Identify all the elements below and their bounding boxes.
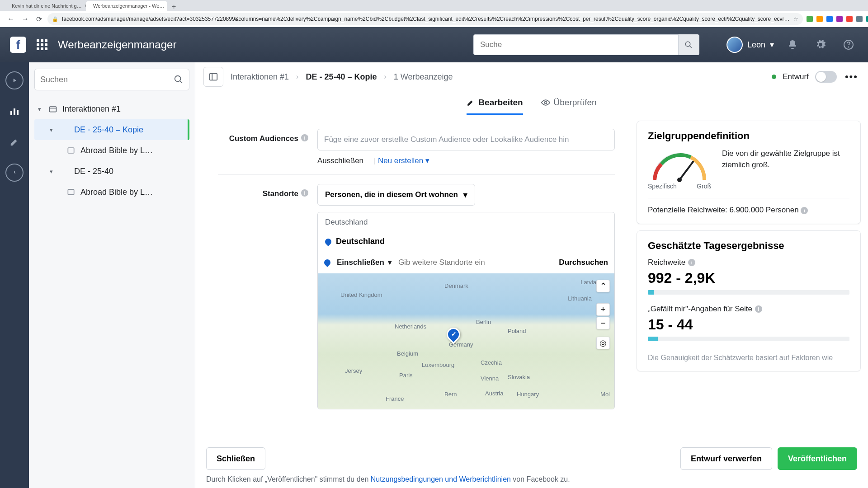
more-menu-icon[interactable]: ••• [843,71,860,83]
exclude-link[interactable]: Ausschließen [317,156,363,165]
status-toggle[interactable] [815,71,837,83]
tab-bar: Kevin hat dir eine Nachricht g…× Werbean… [0,0,868,11]
ext-icon[interactable] [846,16,853,22]
svg-rect-5 [17,110,19,115]
discard-button[interactable]: Entwurf verwerfen [680,447,772,470]
app-header: f Werbeanzeigenmanager Leon ▾ [0,27,868,62]
info-icon[interactable]: i [801,207,808,214]
global-search-input[interactable] [480,40,678,49]
notifications-icon[interactable] [783,35,802,54]
info-icon[interactable]: i [688,259,695,266]
new-tab-button[interactable]: + [167,3,180,11]
metric-label: „Gefällt mir"-Angaben für Seite [648,305,752,314]
ext-icon[interactable] [866,16,868,22]
tree-ad[interactable]: Abroad Bible by L… [34,140,189,161]
app-title: Werbeanzeigenmanager [58,38,176,51]
url-text: facebook.com/adsmanager/manage/adsets/ed… [62,16,790,22]
publish-button[interactable]: Veröffentlichen [778,447,857,470]
rail-chart-icon[interactable] [5,102,24,120]
info-icon[interactable]: i [755,305,762,313]
metric-value: 15 - 44 [648,316,849,333]
ext-icon[interactable] [807,16,813,22]
nav-bar: ← → ⟳ 🔒 facebook.com/adsmanager/manage/a… [0,11,868,27]
audience-description: Die von dir gewählte Zielgruppe ist ziem… [722,148,849,170]
map-zoom-in[interactable]: + [596,303,610,316]
metric-bar [648,337,658,341]
apps-menu-icon[interactable] [35,38,49,52]
sidebar-search-input[interactable] [40,75,174,84]
ext-icon[interactable] [816,16,823,22]
ext-icon[interactable] [836,16,843,22]
forward-icon[interactable]: → [20,14,31,24]
reload-icon[interactable]: ⟳ [34,14,44,24]
map-label: Belgium [397,350,418,357]
star-icon[interactable]: ☆ [793,16,798,22]
browser-tab[interactable]: Werbeanzeigenmanager - We…× [86,1,167,11]
sidebar-search[interactable] [34,69,189,90]
map-zoom-out[interactable]: − [596,317,610,329]
svg-rect-10 [210,74,217,80]
map-label: Netherlands [395,323,426,330]
map-label: Denmark [444,282,468,289]
location-map[interactable]: United Kingdom Denmark Latvia Lithuania … [318,273,614,409]
user-name: Leon [747,40,765,50]
ext-icon[interactable] [856,16,863,22]
rail-history-icon[interactable] [5,164,24,182]
right-panel: Zielgruppendefinition SpezifischGroß Die… [633,115,868,488]
include-dropdown[interactable]: Einschließen ▾ [337,258,392,267]
tree-adset[interactable]: ▾ DE - 25-40 [34,161,189,182]
info-icon[interactable]: i [301,189,308,197]
svg-rect-4 [14,108,15,115]
browser-chrome: Kevin hat dir eine Nachricht g…× Werbean… [0,0,868,27]
chevron-down-icon: ▾ [50,127,55,133]
browse-link[interactable]: Durchsuchen [559,258,608,267]
breadcrumb-item[interactable]: Interaktionen #1 [231,72,289,82]
location-input[interactable] [398,258,552,267]
tab-edit[interactable]: Bearbeiten [467,91,523,115]
rail-edit-icon[interactable] [5,133,24,151]
tab-review[interactable]: Überprüfen [541,91,597,115]
tree-ad[interactable]: Abroad Bible by L… [34,182,189,202]
daily-estimates-card: Geschätzte Tagesergebnisse Reichweitei 9… [637,230,861,371]
search-button[interactable] [678,34,699,55]
location-chip[interactable]: Deutschland [318,232,614,251]
close-button[interactable]: Schließen [206,447,265,470]
adset-icon [60,166,70,176]
location-mode-select[interactable]: Personen, die in diesem Ort wohnen▾ [317,184,475,206]
pin-icon [323,258,332,267]
browser-tab[interactable]: Kevin hat dir eine Nachricht g…× [5,1,86,11]
map-label: Latvia [580,279,596,286]
tree-campaign[interactable]: ▾ Interaktionen #1 [34,99,189,119]
global-search[interactable] [473,34,699,55]
breadcrumb-item[interactable]: DE - 25-40 – Kopie [306,72,377,82]
tree-adset-active[interactable]: ▾ DE - 25-40 – Kopie [34,119,189,140]
metric-bar [648,290,654,295]
placeholder-text: Füge eine zuvor erstellte Custom Audienc… [324,135,569,144]
edit-tabs: Bearbeiten Überprüfen [195,91,868,115]
create-new-dropdown[interactable]: Neu erstellen ▾ [378,156,429,165]
tree-label: DE - 25-40 [74,167,113,176]
terms-link[interactable]: Nutzungsbedingungen und Werberichtlinien [371,475,511,483]
map-collapse-icon[interactable]: ⌃ [596,280,610,292]
svg-rect-8 [68,148,74,153]
info-icon[interactable]: i [301,134,308,141]
svg-rect-9 [68,189,74,195]
url-bar[interactable]: 🔒 facebook.com/adsmanager/manage/adsets/… [47,13,803,25]
tab-label: Bearbeiten [478,98,523,108]
settings-icon[interactable] [811,35,830,54]
svg-point-13 [677,178,682,182]
back-icon[interactable]: ← [5,14,16,24]
rail-overview-icon[interactable] [5,71,24,89]
breadcrumb-item[interactable]: 1 Werbeanzeige [394,72,453,82]
facebook-logo[interactable]: f [10,37,26,53]
map-label: Hungary [517,391,539,398]
map-label: France [386,395,404,402]
map-label: Lithuania [568,295,592,302]
panel-toggle-icon[interactable] [203,67,223,87]
help-icon[interactable] [839,35,858,54]
custom-audience-input[interactable]: Füge eine zuvor erstellte Custom Audienc… [317,129,615,150]
map-locate-icon[interactable]: ◎ [596,337,610,349]
ext-icon[interactable] [826,16,833,22]
svg-rect-7 [50,107,57,112]
user-menu[interactable]: Leon ▾ [726,37,774,53]
